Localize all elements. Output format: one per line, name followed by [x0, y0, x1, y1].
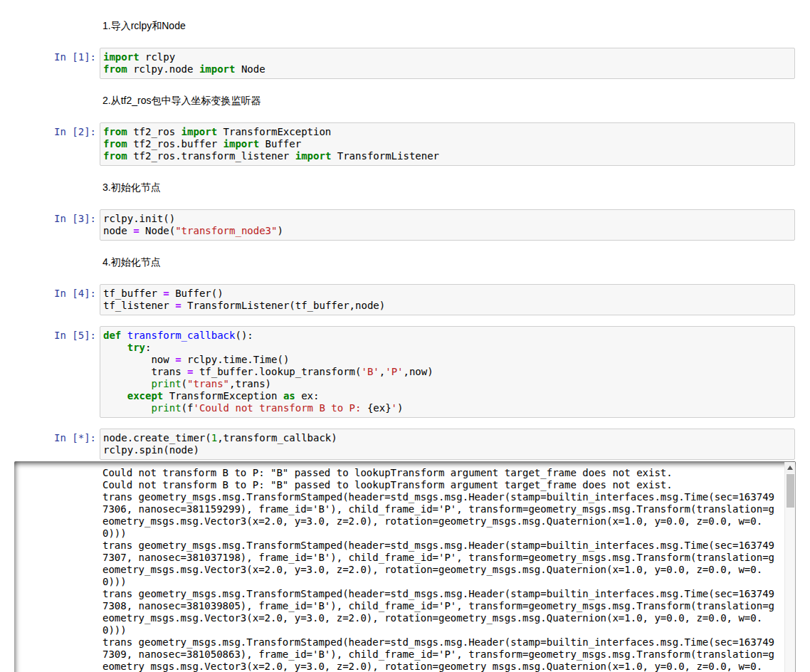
code-line: tf_buffer = Buffer()	[103, 288, 791, 300]
markdown-text: 3.初始化节点	[102, 182, 161, 193]
code-line: from tf2_ros import TransformException	[103, 126, 791, 138]
markdown-cell[interactable]: 4.初始化节点	[102, 257, 795, 268]
scroll-up-button[interactable]	[785, 462, 795, 473]
code-line: rclpy.spin(node)	[103, 444, 791, 456]
code-line: except TransformException as ex:	[103, 390, 791, 402]
input-prompt: In [3]:	[0, 209, 100, 241]
code-input[interactable]: rclpy.init()node = Node("transform_node3…	[100, 209, 795, 241]
code-line: node = Node("transform_node3")	[103, 225, 791, 237]
input-prompt: In [1]:	[0, 48, 100, 79]
code-line: import rclpy	[103, 51, 791, 63]
output-scroll-area[interactable]: Could not transform B to P: "B" passed t…	[14, 461, 796, 672]
code-input[interactable]: import rclpyfrom rclpy.node import Node	[100, 48, 795, 79]
code-line: now = rclpy.time.Time()	[103, 354, 791, 366]
code-cell[interactable]: In [3]:rclpy.init()node = Node("transfor…	[0, 209, 795, 241]
code-input[interactable]: from tf2_ros import TransformExceptionfr…	[100, 122, 795, 166]
markdown-text: 4.初始化节点	[102, 256, 161, 268]
notebook: 1.导入rclpy和NodeIn [1]:import rclpyfrom rc…	[0, 0, 810, 672]
code-line: rclpy.init()	[103, 213, 791, 225]
input-prompt: In [4]:	[0, 284, 100, 315]
code-line: trans = tf_buffer.lookup_transform('B','…	[103, 366, 791, 378]
markdown-cell[interactable]: 2.从tf2_ros包中导入坐标变换监听器	[102, 95, 795, 106]
code-cell[interactable]: In [1]:import rclpyfrom rclpy.node impor…	[0, 48, 795, 79]
code-cell[interactable]: In [2]:from tf2_ros import TransformExce…	[0, 122, 795, 166]
code-line: def transform_callback():	[103, 330, 791, 342]
markdown-text: 2.从tf2_ros包中导入坐标变换监听器	[102, 95, 261, 106]
code-input[interactable]: def transform_callback(): try: now = rcl…	[100, 326, 795, 418]
scrollbar-thumb[interactable]	[787, 474, 794, 508]
triangle-up-icon	[787, 466, 793, 470]
code-line: from rclpy.node import Node	[103, 63, 791, 75]
code-line: from tf2_ros.transform_listener import T…	[103, 150, 791, 162]
code-line: from tf2_ros.buffer import Buffer	[103, 138, 791, 150]
input-prompt: In [*]:	[0, 429, 100, 460]
input-prompt: In [5]:	[0, 326, 100, 418]
code-line: print(f'Could not transform B to P: {ex}…	[103, 402, 791, 414]
code-cell[interactable]: In [5]:def transform_callback(): try: no…	[0, 326, 795, 418]
markdown-cell[interactable]: 1.导入rclpy和Node	[102, 21, 795, 31]
code-cell[interactable]: In [4]:tf_buffer = Buffer()tf_listener =…	[0, 284, 795, 315]
markdown-text: 1.导入rclpy和Node	[102, 20, 186, 31]
code-line: try:	[103, 342, 791, 354]
output-text: Could not transform B to P: "B" passed t…	[102, 467, 782, 672]
code-input[interactable]: node.create_timer(1,transform_callback)r…	[100, 429, 795, 460]
input-prompt: In [2]:	[0, 122, 100, 166]
code-cell[interactable]: In [*]:node.create_timer(1,transform_cal…	[0, 429, 795, 460]
code-line: node.create_timer(1,transform_callback)	[103, 432, 791, 444]
code-input[interactable]: tf_buffer = Buffer()tf_listener = Transf…	[100, 284, 795, 315]
markdown-cell[interactable]: 3.初始化节点	[102, 182, 795, 193]
output-scrollbar[interactable]	[784, 462, 795, 672]
code-line: tf_listener = TransformListener(tf_buffe…	[103, 300, 791, 312]
code-line: print("trans",trans)	[103, 378, 791, 390]
